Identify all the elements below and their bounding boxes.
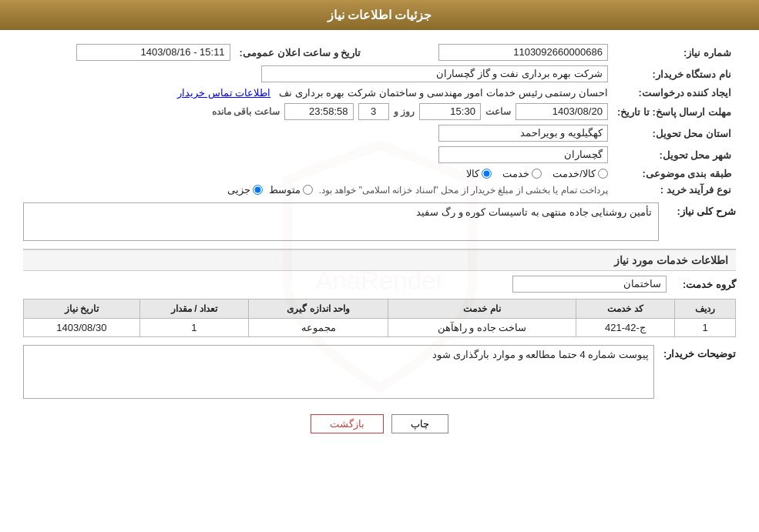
ijad-konande-field: احسان رستمی رئیس خدمات امور مهندسی و ساخ…	[279, 87, 608, 99]
shahr-field: گچساران	[438, 146, 608, 163]
col-date: تاریخ نیاز	[24, 299, 140, 319]
cell-count: 1	[139, 319, 248, 337]
print-button[interactable]: چاپ	[391, 414, 448, 433]
mohlet-date-field: 1403/08/20	[516, 103, 608, 120]
tarikh-elan-value: 1403/08/16 - 15:11	[23, 42, 235, 63]
tozihat-section: توضیحات خریدار: پیوست شماره 4 حتما مطالع…	[23, 345, 736, 399]
cell-name: ساخت جاده و راهآهن	[388, 319, 576, 337]
page-title: جزئیات اطلاعات نیاز	[327, 8, 432, 22]
mohlet-ersal-value: 1403/08/20 ساعت 15:30 روز و 3 23:58:58 س…	[23, 101, 613, 122]
ijad-konande-value: احسان رستمی رئیس خدمات امور مهندسی و ساخ…	[23, 85, 613, 101]
tabaqe-label: طبقه بندی موضوعی:	[613, 166, 736, 182]
shomara-niaz-value: 1103092660000686	[381, 42, 613, 63]
time-remaining-field: 23:58:58	[284, 103, 354, 120]
mohlet-time-field: 15:30	[419, 103, 481, 120]
nam-dasgah-field: شرکت بهره برداری نفت و گاز گچساران	[261, 65, 608, 82]
time-remaining-label: ساعت باقی مانده	[212, 106, 280, 117]
main-info-table: شماره نیاز: 1103092660000686 تاریخ و ساع…	[23, 42, 736, 198]
mohlet-ersal-label: مهلت ارسال پاسخ: تا تاریخ:	[613, 101, 736, 122]
shomara-niaz-field: 1103092660000686	[438, 44, 608, 61]
tarikh-elan-label: تاریخ و ساعت اعلان عمومی:	[235, 42, 366, 63]
shahr-label: شهر محل تحویل:	[613, 144, 736, 166]
tabaqe-radio-group: کالا/خدمت خدمت کالا	[28, 168, 608, 179]
radio-jozyi[interactable]: جزیی	[227, 184, 263, 196]
btn-row: چاپ بازگشت	[23, 414, 736, 433]
cell-code: ج-42-421	[576, 319, 674, 337]
radio-khadamat[interactable]: خدمت	[502, 168, 542, 179]
group-service-row: گروه خدمت: ساختمان	[23, 276, 736, 293]
radio-moutasat[interactable]: متوسط	[269, 184, 313, 196]
ostan-field: کهگیلویه و بویراحمد	[438, 125, 608, 142]
cell-unit: مجموعه	[249, 319, 388, 337]
sharh-koli-section: شرح کلی نیاز: تأمین روشنایی جاده منتهی ب…	[23, 202, 736, 241]
days-label: روز و	[394, 106, 415, 117]
col-count: تعداد / مقدار	[139, 299, 248, 319]
tozihat-label: توضیحات خریدار:	[659, 345, 736, 360]
gorooh-khadamat-value: ساختمان	[512, 276, 667, 293]
page-wrapper: جزئیات اطلاعات نیاز شماره نیاز: 11030926…	[0, 0, 759, 532]
page-header: جزئیات اطلاعات نیاز	[0, 0, 759, 30]
cell-date: 1403/08/30	[24, 319, 140, 337]
table-row: 1 ج-42-421 ساخت جاده و راهآهن مجموعه 1 1…	[24, 319, 736, 337]
tozihat-value: پیوست شماره 4 حتما مطالعه و موارد بارگذا…	[23, 345, 654, 399]
radio-kala[interactable]: کالا	[466, 168, 492, 179]
tarikh-elan-field: 1403/08/16 - 15:11	[76, 44, 230, 61]
col-name: نام خدمت	[388, 299, 576, 319]
back-button[interactable]: بازگشت	[311, 414, 384, 433]
col-code: کد خدمت	[576, 299, 674, 319]
radio-kala-khadamat[interactable]: کالا/خدمت	[552, 168, 608, 179]
ijad-konande-label: ایجاد کننده درخواست:	[613, 85, 736, 101]
col-radif: ردیف	[675, 299, 736, 319]
cell-radif: 1	[675, 319, 736, 337]
purchase-type-row: پرداخت تمام یا بخشی از مبلغ خریدار از مح…	[28, 184, 608, 196]
sharh-koli-value: تأمین روشنایی جاده منتهی به تاسیسات کوره…	[23, 202, 659, 241]
khadamat-info-title: اطلاعات خدمات مورد نیاز	[23, 249, 736, 271]
time-label: ساعت	[485, 106, 511, 117]
days-field: 3	[358, 103, 389, 120]
nooe-farayand-label: نوع فرآیند خرید :	[613, 182, 736, 198]
gorooh-khadamat-label: گروه خدمت:	[674, 279, 736, 290]
shomara-niaz-label: شماره نیاز:	[613, 42, 736, 63]
sharh-koli-label: شرح کلی نیاز:	[659, 202, 736, 217]
services-table: ردیف کد خدمت نام خدمت واحد اندازه گیری ت…	[23, 299, 736, 337]
purchase-text: پرداخت تمام یا بخشی از مبلغ خریدار از مح…	[319, 185, 608, 196]
contact-link[interactable]: اطلاعات تماس خریدار	[177, 87, 270, 99]
nam-dasgah-label: نام دستگاه خریدار:	[613, 63, 736, 85]
col-unit: واحد اندازه گیری	[249, 299, 388, 319]
ostan-label: استان محل تحویل:	[613, 122, 736, 144]
nam-dasgah-value: شرکت بهره برداری نفت و گاز گچساران	[23, 63, 613, 85]
content-area: شماره نیاز: 1103092660000686 تاریخ و ساع…	[0, 38, 759, 437]
